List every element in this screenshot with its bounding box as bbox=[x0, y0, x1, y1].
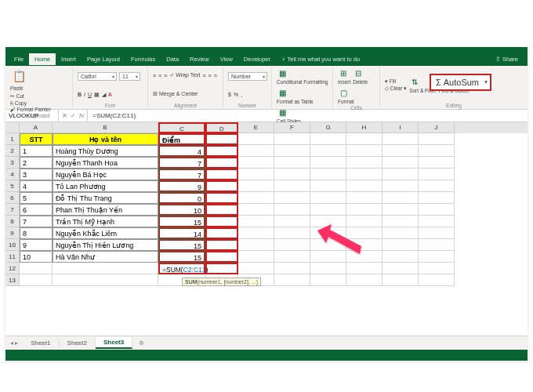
cell-C5[interactable]: 9 bbox=[158, 180, 205, 192]
font-color-button[interactable]: A bbox=[108, 92, 112, 97]
cell-B11[interactable]: Hà Văn Như bbox=[53, 251, 158, 263]
share-button[interactable]: ⇪ Share bbox=[489, 56, 524, 63]
cell-C12[interactable]: =SUM(C2:C11) bbox=[158, 263, 205, 274]
align-bot-button[interactable]: ≡ bbox=[164, 73, 167, 78]
merge-button[interactable]: ⊞ Merge & Center bbox=[153, 91, 198, 97]
align-right-button[interactable]: ≡ bbox=[214, 73, 217, 78]
row-12[interactable]: 12 bbox=[5, 263, 20, 274]
cell-D3[interactable] bbox=[205, 157, 238, 169]
cell-styles-button[interactable]: ▦Cell Styles bbox=[277, 107, 301, 124]
cell-A3[interactable]: 2 bbox=[20, 157, 53, 169]
col-E[interactable]: E bbox=[238, 122, 274, 133]
fx-button[interactable]: fx bbox=[79, 112, 84, 119]
sheet-tab-3[interactable]: Sheet3 bbox=[96, 337, 132, 349]
col-G[interactable]: G bbox=[310, 122, 346, 133]
cell-B4[interactable]: Nguyễn Bá Học bbox=[53, 169, 158, 180]
autosum-callout[interactable]: Σ AutoSum bbox=[430, 74, 491, 91]
cell-D1[interactable] bbox=[205, 133, 238, 145]
select-all-corner[interactable] bbox=[5, 122, 20, 133]
cell-B7[interactable]: Phan Thị Thuận Yến bbox=[53, 204, 158, 216]
cell-D4[interactable] bbox=[205, 169, 238, 180]
cell-B1[interactable]: Họ và tên bbox=[53, 133, 158, 145]
tab-data[interactable]: Data bbox=[161, 53, 184, 65]
fill-color-button[interactable]: ◢ bbox=[102, 92, 106, 98]
cell-C8[interactable]: 15 bbox=[158, 216, 205, 227]
col-I[interactable]: I bbox=[383, 122, 419, 133]
wrap-text-button[interactable]: ⤶ Wrap Text bbox=[169, 72, 200, 78]
tell-me[interactable]: ♀ Tell me what you want to do bbox=[276, 53, 365, 65]
border-button[interactable]: ▦ bbox=[94, 92, 100, 98]
delete-cells-button[interactable]: ⊟Delete bbox=[353, 67, 368, 85]
cell-D6[interactable] bbox=[205, 192, 238, 204]
cell-C1[interactable]: Điểm bbox=[158, 133, 205, 145]
align-mid-button[interactable]: ≡ bbox=[158, 73, 161, 78]
cond-format-button[interactable]: ▦Conditional Formatting bbox=[277, 67, 328, 85]
format-table-button[interactable]: ▦Format as Table bbox=[277, 87, 313, 104]
row-5[interactable]: 5 bbox=[5, 180, 20, 192]
cell-A6[interactable]: 5 bbox=[20, 192, 53, 204]
cell-B9[interactable]: Nguyễn Khắc Liêm bbox=[53, 227, 158, 239]
currency-button[interactable]: $ bbox=[228, 92, 231, 97]
cell-A8[interactable]: 7 bbox=[20, 216, 53, 227]
col-B[interactable]: B bbox=[53, 122, 158, 133]
percent-button[interactable]: % bbox=[234, 92, 238, 97]
cell-C3[interactable]: 7 bbox=[158, 157, 205, 169]
cell-C9[interactable]: 14 bbox=[158, 227, 205, 239]
align-center-button[interactable]: ≡ bbox=[208, 73, 212, 78]
cell-D9[interactable] bbox=[205, 227, 238, 239]
col-H[interactable]: H bbox=[346, 122, 383, 133]
cell-D11[interactable] bbox=[205, 251, 238, 263]
row-13[interactable]: 13 bbox=[5, 274, 20, 286]
underline-button[interactable]: U bbox=[88, 92, 92, 97]
new-sheet-button[interactable]: ⊕ bbox=[132, 339, 150, 347]
cell-B3[interactable]: Nguyễn Thanh Hoa bbox=[53, 157, 158, 169]
cell-B8[interactable]: Trần Thị Mỹ Hạnh bbox=[53, 216, 158, 227]
cell-C10[interactable]: 15 bbox=[158, 239, 205, 251]
row-3[interactable]: 3 bbox=[5, 157, 20, 169]
col-A[interactable]: A bbox=[20, 122, 53, 133]
cell-D8[interactable] bbox=[205, 216, 238, 227]
row-9[interactable]: 9 bbox=[5, 227, 20, 239]
cell-D7[interactable] bbox=[205, 204, 238, 216]
cell-B5[interactable]: Tô Lan Phương bbox=[53, 180, 158, 192]
cell-A1[interactable]: STT bbox=[20, 133, 53, 145]
align-left-button[interactable]: ≡ bbox=[203, 73, 206, 78]
fill-button[interactable]: ▾ Fill bbox=[385, 78, 407, 85]
row-8[interactable]: 8 bbox=[5, 216, 20, 227]
row-2[interactable]: 2 bbox=[5, 145, 20, 157]
row-7[interactable]: 7 bbox=[5, 204, 20, 216]
col-F[interactable]: F bbox=[274, 122, 310, 133]
cell-C4[interactable]: 7 bbox=[158, 169, 205, 180]
tab-home[interactable]: Home bbox=[29, 53, 56, 65]
tab-insert[interactable]: Insert bbox=[56, 53, 82, 65]
cell-A11[interactable]: 10 bbox=[20, 251, 53, 263]
sheet-tab-1[interactable]: Sheet1 bbox=[23, 338, 59, 348]
bold-button[interactable]: B bbox=[78, 92, 82, 97]
cell-A10[interactable]: 9 bbox=[20, 239, 53, 251]
tab-page-layout[interactable]: Page Layout bbox=[82, 53, 125, 65]
cell-A7[interactable]: 6 bbox=[20, 204, 53, 216]
sheet-tab-2[interactable]: Sheet2 bbox=[60, 338, 96, 348]
cell-A5[interactable]: 4 bbox=[20, 180, 53, 192]
insert-cells-button[interactable]: ⊞Insert bbox=[338, 67, 350, 85]
cell-C2[interactable]: 4 bbox=[158, 145, 205, 157]
tab-review[interactable]: Review bbox=[184, 53, 215, 65]
col-D[interactable]: D bbox=[205, 122, 238, 133]
cell-C6[interactable]: 0 bbox=[158, 192, 205, 204]
row-10[interactable]: 10 bbox=[5, 239, 20, 251]
sheet-nav[interactable]: ◂ ▸ bbox=[5, 339, 23, 347]
size-select[interactable]: 11 bbox=[119, 72, 140, 81]
cell-D2[interactable] bbox=[205, 145, 238, 157]
cell-D10[interactable] bbox=[205, 239, 238, 251]
cell-B2[interactable]: Hoàng Thùy Dương bbox=[53, 145, 158, 157]
cell-C7[interactable]: 10 bbox=[158, 204, 205, 216]
row-6[interactable]: 6 bbox=[5, 192, 20, 204]
italic-button[interactable]: I bbox=[84, 92, 85, 97]
clear-button[interactable]: ◇ Clear ▾ bbox=[385, 85, 407, 92]
cut-button[interactable]: ✂ Cut bbox=[10, 93, 51, 100]
copy-button[interactable]: ⎘ Copy bbox=[10, 100, 51, 106]
number-format-select[interactable]: Number bbox=[228, 72, 267, 81]
cell-B6[interactable]: Đỗ Thị Thu Trang bbox=[53, 192, 158, 204]
row-11[interactable]: 11 bbox=[5, 251, 20, 263]
font-select[interactable]: Calibri bbox=[78, 72, 117, 81]
